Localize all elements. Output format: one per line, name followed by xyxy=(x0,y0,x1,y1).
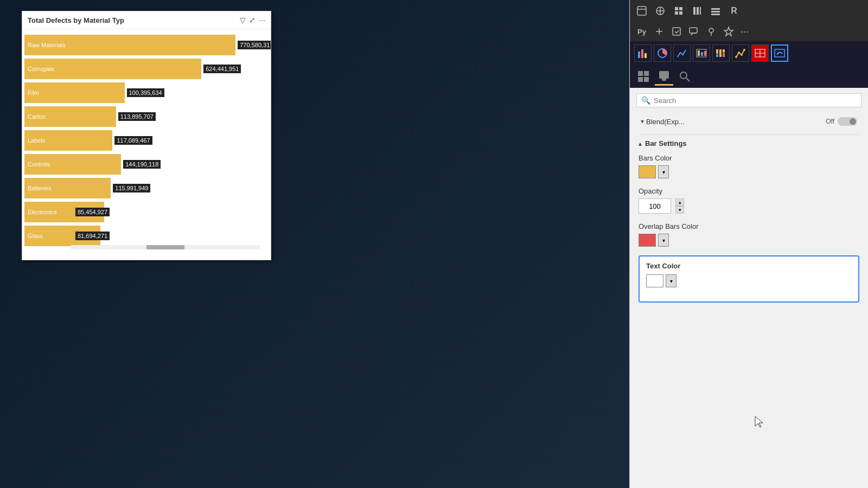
search-input[interactable] xyxy=(654,97,857,105)
tab-bar xyxy=(630,65,868,88)
bar-value: 100,395,634 xyxy=(127,88,164,97)
bar-row: Batteries115,991,949 xyxy=(22,177,271,200)
bar-label: Electronics xyxy=(24,202,73,222)
bars-color-dropdown[interactable]: ▾ xyxy=(658,165,669,178)
opacity-input[interactable] xyxy=(639,198,671,214)
viz-icon-1[interactable] xyxy=(634,44,652,62)
bar-label: Controls xyxy=(24,154,73,175)
toggle-track[interactable] xyxy=(838,117,857,126)
bar-label: Glass xyxy=(24,226,73,246)
overlap-bars-color-picker: ▾ xyxy=(639,234,859,247)
expand-icon[interactable]: ⤢ xyxy=(249,16,256,24)
toolbar-icon-5[interactable] xyxy=(708,3,723,18)
chart-body: Raw Materials770,580,317Corrugate624,441… xyxy=(22,29,271,251)
toolbar-icon-map[interactable] xyxy=(704,24,719,39)
overlap-bars-color-dropdown[interactable]: ▾ xyxy=(658,234,669,247)
bar-track: 81,694,271 xyxy=(73,226,269,246)
viz-icon-6[interactable] xyxy=(732,44,749,62)
dots-more[interactable]: ··· xyxy=(738,26,751,37)
bar-row: Corrugate624,441,951 xyxy=(22,57,271,80)
svg-rect-28 xyxy=(704,51,706,56)
search-box[interactable]: 🔍 xyxy=(636,93,861,107)
svg-rect-9 xyxy=(693,7,695,15)
opacity-up[interactable]: ▴ xyxy=(675,198,684,206)
bar-row: Controls144,190,118 xyxy=(22,153,271,176)
svg-rect-29 xyxy=(716,49,718,54)
viz-icon-8[interactable] xyxy=(771,44,788,62)
bar-value: 113,895,707 xyxy=(118,112,156,121)
svg-rect-31 xyxy=(719,49,722,57)
toolbar-icon-star[interactable] xyxy=(721,24,736,39)
text-color-picker: ▾ xyxy=(646,274,852,287)
svg-rect-45 xyxy=(644,77,649,82)
blend-toggle[interactable]: Off xyxy=(826,117,857,126)
chart-scrollbar[interactable] xyxy=(71,245,260,249)
tab-search-settings[interactable] xyxy=(675,67,694,86)
bar-row: Carton113,895,707 xyxy=(22,105,271,128)
bar-label: Carton xyxy=(24,106,73,127)
text-color-swatch[interactable] xyxy=(646,274,663,287)
toolbar-icon-2[interactable] xyxy=(653,3,668,18)
bar-settings-title: Bar Settings xyxy=(645,139,687,147)
text-color-section: Text Color ▾ xyxy=(639,255,859,303)
svg-rect-46 xyxy=(659,71,669,79)
toolbar-icon-6[interactable] xyxy=(652,24,667,39)
svg-point-36 xyxy=(741,54,743,56)
toolbar-icon-py[interactable]: Py xyxy=(634,24,649,39)
overlap-bars-color-swatch[interactable] xyxy=(639,234,656,247)
svg-rect-7 xyxy=(675,11,678,15)
viz-icon-3[interactable] xyxy=(673,44,691,62)
tab-grid[interactable] xyxy=(634,67,653,86)
bar-row: Film100,395,634 xyxy=(22,81,271,104)
toolbar-icon-7[interactable] xyxy=(669,24,684,39)
svg-rect-44 xyxy=(638,77,643,82)
svg-point-35 xyxy=(738,52,740,54)
icon-row-colored xyxy=(630,41,868,65)
svg-point-37 xyxy=(743,49,745,51)
viz-icon-2[interactable] xyxy=(654,44,671,62)
opacity-down[interactable]: ▾ xyxy=(675,206,684,214)
toolbar-icon-3[interactable] xyxy=(671,3,686,18)
bar-label: Raw Materials xyxy=(24,35,73,55)
svg-rect-12 xyxy=(711,8,720,10)
viz-icon-7[interactable] xyxy=(751,44,769,62)
svg-rect-13 xyxy=(711,11,720,12)
blend-row: ▾ Blend(Exp... Off xyxy=(639,117,859,126)
filter-icon[interactable]: ▽ xyxy=(240,16,246,24)
svg-rect-18 xyxy=(690,28,697,33)
panel-content: ▾ Blend(Exp... Off ▴ Bar Settings Bars C… xyxy=(630,113,868,488)
svg-rect-30 xyxy=(716,54,718,57)
toolbar-icon-1[interactable] xyxy=(634,3,649,18)
toolbar-icon-4[interactable] xyxy=(690,3,705,18)
bars-color-swatch[interactable] xyxy=(639,165,656,178)
chart-title-bar: Total Defects by Material Typ ▽ ⤢ ··· xyxy=(22,11,271,29)
toggle-thumb xyxy=(850,118,856,125)
svg-rect-22 xyxy=(641,49,643,58)
svg-rect-11 xyxy=(700,7,701,15)
bar-value: 117,089,467 xyxy=(114,136,152,145)
bar-settings-section-header: ▴ Bar Settings xyxy=(639,139,859,147)
bar-track: 117,089,467 xyxy=(73,130,269,151)
svg-rect-10 xyxy=(697,7,699,15)
tab-paint[interactable] xyxy=(655,67,673,86)
scrollbar-thumb[interactable] xyxy=(146,245,184,249)
blend-value: Off xyxy=(826,118,834,125)
bars-color-label: Bars Color xyxy=(639,154,859,162)
bar-track: 624,441,951 xyxy=(73,59,269,79)
bar-value: 770,580,317 xyxy=(238,41,271,49)
viz-icon-5[interactable] xyxy=(712,44,730,62)
opacity-spin[interactable]: ▴ ▾ xyxy=(675,198,684,214)
svg-rect-26 xyxy=(698,50,700,56)
opacity-row: ▴ ▾ xyxy=(639,198,859,214)
more-options-icon[interactable]: ··· xyxy=(259,16,265,24)
bar-label: Corrugate xyxy=(24,59,73,79)
toolbar-icon-chat[interactable] xyxy=(686,24,701,39)
overlap-bars-color-label: Overlap Bars Color xyxy=(639,222,859,230)
svg-rect-42 xyxy=(638,71,643,76)
viz-icon-4[interactable] xyxy=(693,44,710,62)
text-color-dropdown[interactable]: ▾ xyxy=(666,274,676,287)
bar-value: 144,190,118 xyxy=(123,160,161,169)
toolbar-icon-r[interactable]: R xyxy=(726,3,742,18)
second-toolbar: Py ··· xyxy=(630,22,868,41)
bar-track: 144,190,118 xyxy=(73,154,269,175)
